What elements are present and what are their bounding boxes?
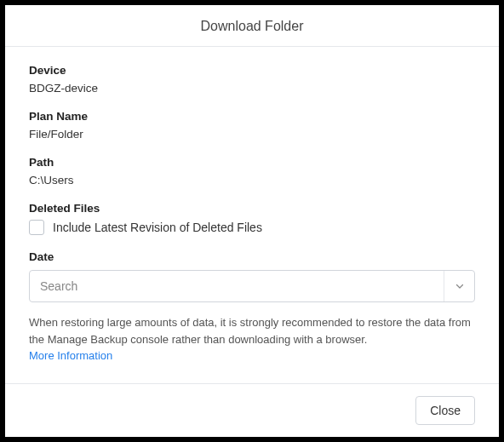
- modal-title: Download Folder: [5, 19, 499, 34]
- include-deleted-label: Include Latest Revision of Deleted Files: [53, 221, 262, 234]
- device-field: Device BDGZ-device: [29, 64, 475, 95]
- path-label: Path: [29, 156, 475, 169]
- date-select[interactable]: Search: [29, 270, 475, 302]
- device-value: BDGZ-device: [29, 82, 475, 95]
- plan-name-field: Plan Name File/Folder: [29, 110, 475, 141]
- deleted-files-label: Deleted Files: [29, 202, 475, 215]
- deleted-files-checkbox-row: Include Latest Revision of Deleted Files: [29, 220, 475, 235]
- close-button[interactable]: Close: [415, 396, 475, 425]
- more-information-link[interactable]: More Information: [29, 349, 112, 362]
- plan-name-label: Plan Name: [29, 110, 475, 123]
- modal-body: Device BDGZ-device Plan Name File/Folder…: [5, 47, 499, 383]
- help-text: When restoring large amounts of data, it…: [29, 314, 475, 347]
- plan-name-value: File/Folder: [29, 128, 475, 141]
- device-label: Device: [29, 64, 475, 77]
- date-label: Date: [29, 250, 475, 263]
- modal-header: Download Folder: [5, 5, 499, 47]
- date-select-placeholder: Search: [30, 271, 444, 301]
- path-value: C:\Users: [29, 174, 475, 187]
- deleted-files-field: Deleted Files Include Latest Revision of…: [29, 202, 475, 235]
- path-field: Path C:\Users: [29, 156, 475, 187]
- modal-footer: Close: [5, 383, 499, 437]
- date-field: Date Search: [29, 250, 475, 302]
- download-folder-modal: Download Folder Device BDGZ-device Plan …: [5, 5, 499, 437]
- include-deleted-checkbox[interactable]: [29, 220, 44, 235]
- chevron-down-icon: [444, 271, 474, 301]
